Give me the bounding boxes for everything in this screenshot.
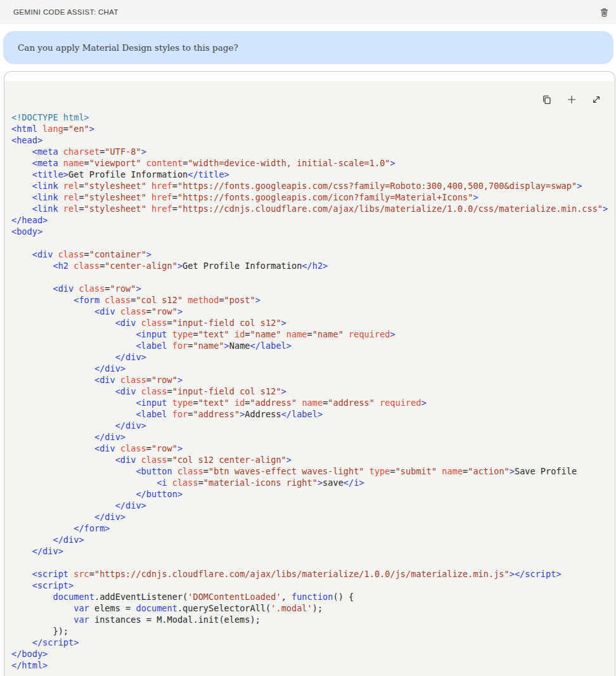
code-line: <h2 class="center-align">Get Profile Inf…: [11, 260, 615, 271]
trash-icon: [599, 7, 610, 18]
code-line: <script src="https://cdnjs.cloudflare.co…: [11, 568, 615, 580]
code-line: <i class="material-icons right">save</i>: [11, 477, 615, 488]
code-line: </div>: [11, 420, 615, 431]
code-area: <!DOCTYPE html><html lang="en"><head> <m…: [4, 81, 615, 676]
code-line: <button class="btn waves-effect waves-li…: [11, 465, 615, 477]
code-line: </div>: [11, 511, 615, 523]
clear-chat-button[interactable]: [598, 6, 611, 19]
code-line: <div class="row">: [11, 374, 615, 386]
code-line: <div class="container">: [11, 249, 615, 260]
code-line: <form class="col s12" method="post">: [11, 294, 615, 306]
code-line: <div class="input-field col s12">: [11, 317, 615, 328]
expand-code-button[interactable]: [589, 93, 603, 107]
copy-icon: [541, 94, 553, 105]
code-line: <head>: [11, 134, 615, 146]
plus-icon: [566, 94, 577, 105]
panel-title: GEMINI CODE ASSIST: CHAT: [13, 8, 119, 16]
code-line: </script>: [11, 637, 615, 648]
copy-code-button[interactable]: [540, 93, 554, 107]
code-line: <label for="address">Address</label>: [11, 408, 615, 420]
code-line: <div class="input-field col s12">: [11, 386, 615, 397]
code-line: </html>: [11, 660, 615, 671]
code-line: <label for="name">Name</label>: [11, 340, 615, 351]
code-line: </body>: [11, 648, 615, 660]
code-line: </div>: [11, 431, 615, 443]
code-content: <!DOCTYPE html><html lang="en"><head> <m…: [4, 112, 615, 676]
user-message-text: Can you apply Material Design styles to …: [18, 42, 238, 53]
code-line: <meta name="viewport" content="width=dev…: [11, 157, 615, 169]
code-line: <input type="text" id="name" name="name"…: [11, 328, 615, 340]
panel-header: GEMINI CODE ASSIST: CHAT: [0, 0, 616, 24]
code-line: <body>: [11, 226, 615, 237]
code-line: [11, 237, 615, 249]
code-line: <script>: [11, 580, 615, 591]
code-line: <!DOCTYPE html>: [11, 112, 615, 123]
code-line: var elems = document.querySelectorAll('.…: [11, 602, 615, 614]
code-line: [11, 557, 615, 568]
code-line: </div>: [11, 363, 615, 374]
code-line: <meta charset="UTF-8">: [11, 146, 615, 157]
code-line: <div class="col s12 center-align">: [11, 454, 615, 465]
code-line: <html lang="en">: [11, 123, 615, 134]
code-line: <input type="text" id="address" name="ad…: [11, 397, 615, 408]
code-line: <div class="row">: [11, 443, 615, 454]
code-line: </button>: [11, 488, 615, 500]
insert-code-button[interactable]: [565, 93, 579, 107]
code-line: });: [11, 625, 615, 637]
code-line: <title>Get Profile Information</title>: [11, 169, 615, 180]
code-line: <div class="row">: [11, 283, 615, 294]
code-line: </head>: [11, 214, 615, 226]
code-line: <link rel="stylesheet" href="https://fon…: [11, 180, 615, 192]
code-line: <link rel="stylesheet" href="https://cdn…: [11, 203, 615, 214]
code-card: <!DOCTYPE html><html lang="en"><head> <m…: [4, 71, 615, 676]
code-line: </div>: [11, 545, 615, 557]
code-line: </form>: [11, 523, 615, 534]
code-line: var instances = M.Modal.init(elems);: [11, 614, 615, 625]
user-message-bubble: Can you apply Material Design styles to …: [3, 31, 613, 64]
code-line: </div>: [11, 534, 615, 545]
code-line: document.addEventListener('DOMContentLoa…: [11, 591, 615, 602]
code-line: <div class="row">: [11, 306, 615, 317]
code-line: </div>: [11, 500, 615, 511]
code-line: </div>: [11, 351, 615, 363]
code-toolbar: [4, 81, 615, 105]
code-line: [11, 271, 615, 283]
expand-diagonal-icon: [591, 94, 602, 105]
code-line: <link rel="stylesheet" href="https://fon…: [11, 192, 615, 203]
